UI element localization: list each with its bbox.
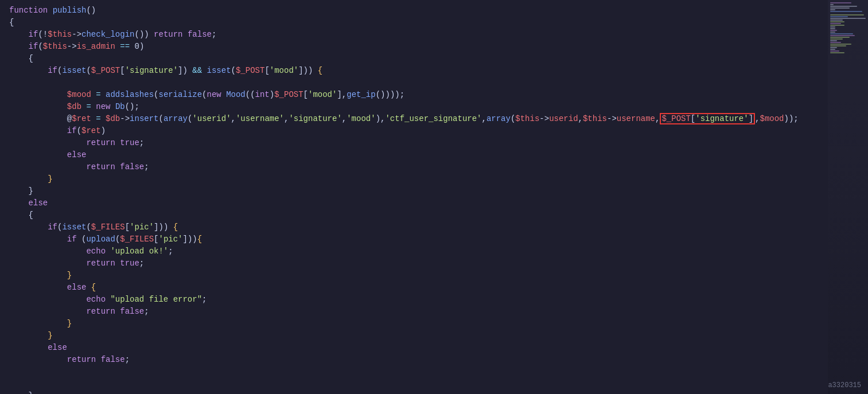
- code-line-24: else {: [0, 282, 828, 294]
- code-line-15: }: [0, 173, 828, 185]
- code-line-30: return false;: [0, 354, 828, 366]
- code-line-20: if (upload($_FILES['pic'])){: [0, 233, 828, 245]
- code-line-32: [0, 378, 828, 390]
- code-line-9: $db = new Db();: [0, 101, 828, 113]
- minimap-sidebar: https://blog.csdn.net/a3320315: [828, 0, 868, 394]
- code-line-29: else: [0, 342, 828, 354]
- code-line-18: {: [0, 209, 828, 221]
- code-line-11: if($ret): [0, 125, 828, 137]
- watermark-text: https://blog.csdn.net/a3320315: [828, 381, 861, 389]
- code-line-10: @$ret = $db->insert(array('userid','user…: [0, 113, 828, 125]
- code-line-4: if($this->is_admin == 0): [0, 41, 828, 53]
- code-line-31: [0, 366, 828, 378]
- code-line-21: echo 'upload ok!';: [0, 245, 828, 258]
- code-line-25: echo "upload file error";: [0, 294, 828, 306]
- code-line-23: }: [0, 270, 828, 282]
- code-line-16: }: [0, 185, 828, 197]
- minimap: [828, 0, 868, 394]
- code-line-12: return true;: [0, 137, 828, 149]
- code-line-33: }: [0, 390, 828, 394]
- code-line-2: {: [0, 17, 828, 29]
- code-line-26: return false;: [0, 306, 828, 318]
- code-line-27: }: [0, 318, 828, 330]
- code-line-28: }: [0, 330, 828, 342]
- minimap-lines: [828, 0, 868, 56]
- code-line-22: return true;: [0, 258, 828, 270]
- code-line-7: [0, 77, 828, 89]
- code-line-5: {: [0, 53, 828, 65]
- code-line-8: $mood = addslashes(serialize(new Mood((i…: [0, 89, 828, 101]
- code-line-14: return false;: [0, 161, 828, 173]
- code-line-17: else: [0, 197, 828, 209]
- code-line-19: if(isset($_FILES['pic'])) {: [0, 221, 828, 233]
- code-editor: function publish() { if(!$this->check_lo…: [0, 0, 828, 394]
- code-line-6: if(isset($_POST['signature']) && isset($…: [0, 65, 828, 77]
- code-line-1: function publish(): [0, 5, 828, 17]
- code-line-3: if(!$this->check_login()) return false;: [0, 29, 828, 41]
- code-line-13: else: [0, 149, 828, 161]
